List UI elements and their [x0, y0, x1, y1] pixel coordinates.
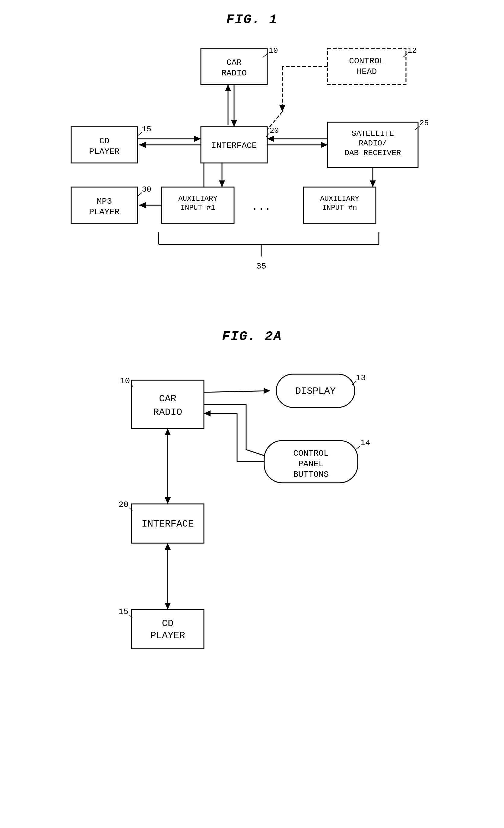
svg-marker-59 — [370, 180, 376, 187]
svg-text:12: 12 — [407, 46, 417, 55]
svg-marker-99 — [165, 543, 171, 550]
svg-text:AUXILIARY: AUXILIARY — [320, 195, 359, 203]
svg-rect-5 — [328, 48, 406, 84]
svg-line-89 — [246, 450, 264, 456]
svg-text:DAB RECEIVER: DAB RECEIVER — [344, 149, 401, 158]
svg-text:PANEL: PANEL — [298, 459, 323, 469]
svg-marker-40 — [267, 136, 274, 142]
svg-text:PLAYER: PLAYER — [150, 630, 185, 641]
svg-text:20: 20 — [118, 500, 128, 509]
svg-text:MP3: MP3 — [96, 197, 112, 206]
svg-text:14: 14 — [360, 438, 370, 448]
page: FIG. 1 CAR RADIO 10 CONTROL HEAD 12 — [0, 0, 504, 828]
svg-text:HEAD: HEAD — [356, 67, 377, 76]
svg-line-26 — [137, 132, 142, 136]
svg-text:SATELLITE: SATELLITE — [351, 129, 393, 138]
svg-line-45 — [137, 193, 142, 196]
svg-text:INPUT #1: INPUT #1 — [180, 204, 215, 212]
svg-marker-13 — [225, 84, 231, 91]
svg-text:RADIO: RADIO — [221, 69, 246, 78]
svg-text:20: 20 — [269, 126, 279, 135]
svg-text:DISPLAY: DISPLAY — [295, 386, 335, 397]
svg-text:CONTROL: CONTROL — [349, 56, 385, 66]
svg-text:RADIO: RADIO — [153, 407, 182, 418]
svg-text:PLAYER: PLAYER — [89, 207, 119, 217]
figure-2a-section: FIG. 2A CAR RADIO 10 DISPLAY 13 CONTROL … — [0, 329, 504, 718]
svg-marker-86 — [204, 410, 211, 416]
svg-marker-11 — [231, 120, 237, 127]
svg-marker-92 — [165, 428, 171, 435]
figure-1-section: FIG. 1 CAR RADIO 10 CONTROL HEAD 12 — [0, 12, 504, 311]
svg-text:15: 15 — [118, 607, 128, 617]
svg-text:AUXILIARY: AUXILIARY — [178, 195, 217, 203]
svg-marker-30 — [194, 136, 201, 142]
svg-marker-38 — [321, 142, 328, 148]
svg-text:10: 10 — [268, 46, 278, 55]
svg-text:INTERFACE: INTERFACE — [141, 519, 194, 530]
svg-line-75 — [204, 391, 270, 392]
fig2a-diagram: CAR RADIO 10 DISPLAY 13 CONTROL PANEL BU… — [71, 356, 433, 718]
svg-marker-28 — [139, 142, 146, 148]
svg-marker-91 — [165, 497, 171, 504]
fig2a-title: FIG. 2A — [222, 329, 282, 344]
fig1-diagram: CAR RADIO 10 CONTROL HEAD 12 — [41, 39, 463, 311]
svg-text:13: 13 — [355, 373, 366, 383]
svg-line-82 — [355, 446, 360, 450]
svg-marker-98 — [165, 603, 171, 610]
svg-text:10: 10 — [120, 376, 130, 386]
svg-text:PLAYER: PLAYER — [89, 147, 119, 156]
svg-text:...: ... — [251, 201, 271, 213]
svg-text:CAR: CAR — [159, 393, 176, 404]
svg-text:25: 25 — [419, 119, 429, 128]
svg-marker-48 — [139, 202, 146, 208]
svg-text:CONTROL: CONTROL — [293, 449, 329, 458]
svg-text:INTERFACE: INTERFACE — [211, 141, 257, 150]
svg-marker-16 — [279, 105, 285, 112]
svg-text:35: 35 — [256, 262, 266, 271]
svg-text:CAR: CAR — [226, 58, 242, 67]
svg-text:INPUT #n: INPUT #n — [322, 204, 357, 212]
svg-marker-57 — [219, 180, 225, 187]
svg-rect-66 — [131, 380, 204, 428]
svg-text:15: 15 — [142, 125, 151, 134]
svg-marker-76 — [264, 388, 270, 394]
svg-text:RADIO/: RADIO/ — [359, 139, 387, 148]
svg-text:BUTTONS: BUTTONS — [293, 470, 329, 479]
svg-rect-100 — [131, 610, 204, 649]
svg-text:CD: CD — [99, 136, 110, 146]
fig1-title: FIG. 1 — [226, 12, 278, 27]
svg-text:30: 30 — [142, 185, 151, 194]
svg-text:CD: CD — [162, 618, 173, 629]
